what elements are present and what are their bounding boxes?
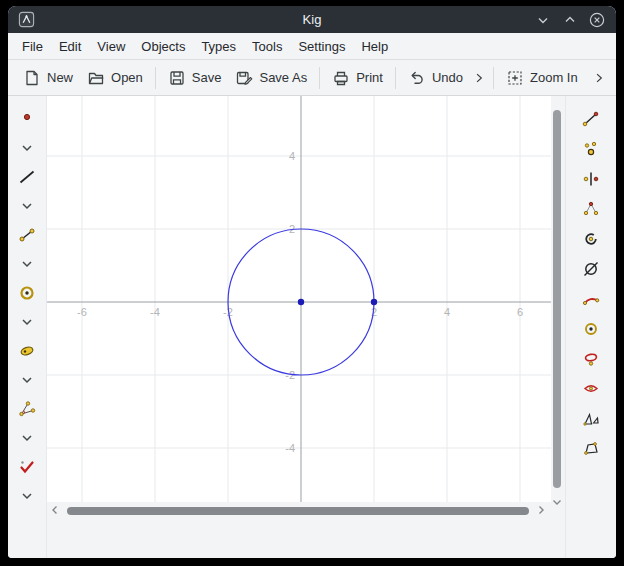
save-button[interactable]: Save [161, 65, 229, 91]
invert-tool-button[interactable] [566, 254, 616, 284]
horizontal-scroll-thumb[interactable] [67, 507, 529, 515]
x-tick-label: 6 [517, 306, 523, 318]
chevron-right-icon [472, 71, 486, 85]
circle-icon [18, 284, 36, 302]
construction-point[interactable] [298, 299, 304, 305]
lens-icon [582, 380, 600, 398]
scroll-right-button[interactable] [535, 502, 547, 520]
circle-by-center-tool-button[interactable] [566, 314, 616, 344]
horizontal-scrollbar [47, 502, 549, 520]
point-tool-button[interactable] [8, 104, 46, 133]
spiral-icon [582, 230, 600, 248]
main-toolbar: New Open Save Save As [8, 59, 616, 96]
titlebar[interactable]: Kig [8, 6, 616, 33]
arc-tool-button[interactable] [566, 284, 616, 314]
menu-tools[interactable]: Tools [244, 36, 290, 57]
angle-tool-expander[interactable] [8, 423, 46, 452]
bottom-spacer [47, 520, 549, 558]
test-tool-expander[interactable] [8, 481, 46, 510]
y-tick-label: -4 [285, 442, 295, 454]
undo-icon [408, 69, 426, 87]
print-button[interactable]: Print [325, 65, 390, 91]
similar-triangles-tool-button[interactable] [566, 404, 616, 434]
lens-tool-button[interactable] [566, 374, 616, 404]
toolbar-separator [155, 67, 156, 89]
open-button[interactable]: Open [80, 65, 150, 91]
line-tool-button[interactable] [8, 162, 46, 191]
translate-icon [582, 110, 600, 128]
menu-view[interactable]: View [89, 36, 133, 57]
vertical-scroll-thumb[interactable] [553, 110, 561, 488]
circle-tool-button[interactable] [8, 278, 46, 307]
print-label: Print [356, 70, 383, 85]
undo-button[interactable]: Undo [401, 65, 470, 91]
desktop: { "titlebar": { "title": "Kig", "buttons… [0, 0, 624, 566]
scroll-down-button[interactable] [551, 494, 563, 506]
new-button[interactable]: New [16, 65, 80, 91]
test-tool-button[interactable] [8, 452, 46, 481]
toolbar-separator [493, 67, 494, 89]
minimize-button[interactable] [534, 11, 552, 29]
menu-settings[interactable]: Settings [290, 36, 353, 57]
menu-file[interactable]: File [14, 36, 51, 57]
target-circle-icon [582, 320, 600, 338]
canvas-area: -6-4-224642-2-4 [47, 96, 549, 558]
save-as-button[interactable]: Save As [228, 65, 314, 91]
triangles-icon [582, 410, 600, 428]
conic-tool-expander[interactable] [8, 365, 46, 394]
toolbar-overflow-button[interactable] [470, 67, 488, 89]
construction-point[interactable] [371, 299, 377, 305]
zoom-toolbar-overflow-button[interactable] [590, 67, 608, 89]
vertical-scrollbar [549, 96, 565, 558]
chevron-left-icon [49, 504, 61, 516]
save-label: Save [192, 70, 222, 85]
canvas-background[interactable] [47, 96, 551, 502]
perpendicular-line-icon [582, 170, 600, 188]
segment-icon [18, 226, 36, 244]
point-tool-expander[interactable] [8, 133, 46, 162]
polygon-tool-button[interactable] [566, 434, 616, 464]
chevron-down-icon [534, 11, 552, 29]
right-tool-column [565, 96, 616, 558]
translate-tool-button[interactable] [566, 104, 616, 134]
point-test-tool-button[interactable] [566, 134, 616, 164]
window-title: Kig [8, 12, 616, 27]
x-tick-label: -6 [77, 306, 87, 318]
menu-edit[interactable]: Edit [51, 36, 89, 57]
conic-tool-button[interactable] [8, 336, 46, 365]
scroll-left-button[interactable] [49, 502, 61, 520]
save-as-icon [235, 69, 253, 87]
conic-icon [18, 342, 36, 360]
save-icon [168, 69, 186, 87]
print-icon [332, 69, 350, 87]
zoom-in-button[interactable]: Zoom In [499, 65, 585, 91]
perpendicular-tool-button[interactable] [566, 164, 616, 194]
reflect-tool-button[interactable] [566, 194, 616, 224]
points-icon [582, 140, 600, 158]
close-button[interactable] [588, 11, 606, 29]
zoom-in-label: Zoom In [530, 70, 578, 85]
menu-types[interactable]: Types [193, 36, 244, 57]
chevron-down-icon [18, 487, 36, 505]
menu-objects[interactable]: Objects [133, 36, 193, 57]
chevron-down-icon [551, 496, 563, 508]
segment-tool-expander[interactable] [8, 249, 46, 278]
segment-tool-button[interactable] [8, 220, 46, 249]
circle-tool-expander[interactable] [8, 307, 46, 336]
angle-tool-button[interactable] [8, 394, 46, 423]
close-icon [588, 11, 606, 29]
new-label: New [47, 70, 73, 85]
new-document-icon [23, 69, 41, 87]
geometry-canvas[interactable]: -6-4-224642-2-4 [47, 96, 551, 502]
chevron-down-icon [18, 313, 36, 331]
toolbar-separator [319, 67, 320, 89]
conic-arc-tool-button[interactable] [566, 344, 616, 374]
maximize-button[interactable] [561, 11, 579, 29]
menu-help[interactable]: Help [353, 36, 396, 57]
line-tool-expander[interactable] [8, 191, 46, 220]
horizontal-scroll-track[interactable] [61, 502, 535, 520]
polygon-icon [582, 440, 600, 458]
rotate-tool-button[interactable] [566, 224, 616, 254]
window-controls [534, 11, 606, 29]
test-check-icon [18, 458, 36, 476]
